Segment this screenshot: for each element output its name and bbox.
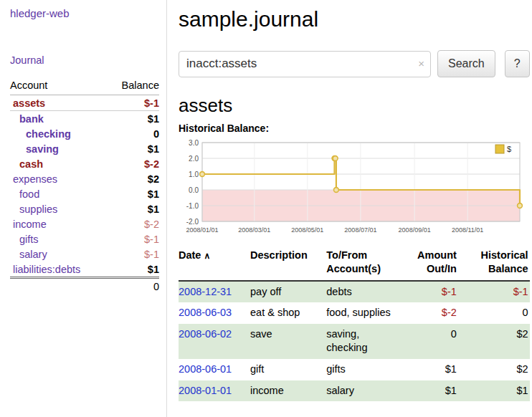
register-header-date[interactable]: Date ∧	[179, 247, 250, 281]
transaction-description: pay off	[250, 281, 326, 303]
search-input[interactable]	[179, 51, 431, 77]
account-link-assets[interactable]: assets	[13, 97, 45, 109]
transaction-row: 2008-06-03eat & shopfood, supplies$-20	[179, 302, 530, 324]
transaction-amount: 0	[401, 324, 462, 359]
register-table: Date ∧ Description To/From Account(s) Am…	[179, 247, 530, 401]
main-content: sample.journal × Search ? assets Histori…	[167, 0, 532, 417]
svg-text:-1.0: -1.0	[186, 202, 199, 210]
account-row: assets$-1	[10, 95, 159, 111]
transaction-description: income	[250, 380, 326, 402]
account-row: gifts$-1	[10, 231, 159, 246]
account-row: liabilities:debts$1	[10, 262, 159, 278]
account-balance: $1	[108, 262, 159, 278]
transaction-balance: $-1	[462, 281, 530, 303]
account-balance: $-1	[108, 95, 159, 111]
account-link-food[interactable]: food	[19, 188, 39, 200]
account-row: salary$-1	[10, 246, 159, 262]
account-row: expenses$2	[10, 171, 159, 186]
account-link-checking[interactable]: checking	[26, 128, 71, 140]
account-row: checking0	[10, 126, 159, 141]
date-header-label: Date	[179, 249, 201, 261]
transaction-amount: $1	[401, 380, 462, 402]
sort-ascending-icon: ∧	[204, 251, 210, 261]
transaction-row: 2008-06-01giftgifts$1$2	[179, 359, 530, 380]
register-header-row: Date ∧ Description To/From Account(s) Am…	[179, 247, 530, 281]
transaction-date-cell: 2008-12-31	[179, 281, 250, 303]
search-form: × Search ?	[179, 50, 530, 77]
transaction-date-link[interactable]: 2008-06-02	[179, 328, 232, 340]
sidebar-item-journal[interactable]: Journal	[10, 54, 159, 66]
account-row: supplies$1	[10, 201, 159, 216]
svg-text:0.0: 0.0	[189, 186, 199, 194]
search-box: ×	[179, 51, 431, 77]
account-balance: $1	[108, 111, 159, 127]
register-header-amount: Amount Out/In	[401, 247, 462, 281]
account-balance: $1	[108, 186, 159, 201]
transaction-accounts: gifts	[326, 359, 401, 380]
transaction-date-link[interactable]: 2008-06-03	[179, 307, 232, 318]
svg-text:2008/11/01: 2008/11/01	[452, 226, 483, 234]
account-row: cash$-2	[10, 156, 159, 171]
svg-text:2008/05/01: 2008/05/01	[291, 226, 323, 234]
transaction-date-link[interactable]: 2008-12-31	[179, 286, 232, 297]
account-row: food$1	[10, 186, 159, 201]
register-header-accounts: To/From Account(s)	[326, 247, 401, 281]
svg-text:2008/09/01: 2008/09/01	[399, 226, 431, 234]
transaction-accounts: salary	[326, 380, 401, 402]
accounts-header-row: Account Balance	[10, 77, 159, 95]
accounts-header-account: Account	[10, 77, 108, 95]
register-header-balance: Historical Balance	[462, 247, 530, 281]
account-link-supplies[interactable]: supplies	[19, 203, 57, 215]
account-link-expenses[interactable]: expenses	[13, 173, 57, 185]
account-link-bank[interactable]: bank	[19, 113, 44, 125]
svg-text:2008/03/01: 2008/03/01	[238, 226, 270, 234]
accounts-total-value: 0	[10, 278, 159, 294]
transaction-balance: $2	[462, 324, 530, 359]
app-title-link[interactable]: hledger-web	[10, 7, 159, 19]
page-title: sample.journal	[179, 7, 530, 32]
account-balance: $-1	[108, 246, 159, 262]
account-row: bank$1	[10, 111, 159, 127]
transaction-date-cell: 2008-01-01	[179, 380, 250, 402]
account-link-gifts[interactable]: gifts	[19, 234, 39, 245]
account-balance: 0	[108, 126, 159, 141]
accounts-header-balance: Balance	[108, 77, 159, 95]
help-button[interactable]: ?	[505, 50, 530, 77]
transaction-date-link[interactable]: 2008-06-01	[179, 363, 232, 375]
transaction-date-link[interactable]: 2008-01-01	[179, 385, 232, 396]
transaction-description: save	[250, 324, 326, 359]
transaction-description: eat & shop	[250, 302, 326, 324]
hledger-web-app: hledger-web Journal Account Balance asse…	[0, 0, 532, 417]
transaction-row: 2008-01-01incomesalary$1$1	[179, 380, 530, 402]
account-balance: $-1	[108, 231, 159, 246]
account-balance: $-2	[108, 156, 159, 171]
sidebar: hledger-web Journal Account Balance asse…	[0, 0, 167, 417]
account-row: saving$1	[10, 141, 159, 156]
search-button[interactable]: Search	[437, 50, 495, 77]
account-row: income$-2	[10, 216, 159, 231]
svg-text:2008/07/01: 2008/07/01	[344, 226, 376, 234]
transaction-balance: $2	[462, 359, 530, 380]
account-balance: $1	[108, 141, 159, 156]
account-balance: $-2	[108, 216, 159, 231]
accounts-rows: assets$-1bank$1checking0saving$1cash$-2e…	[10, 95, 159, 278]
balance-chart: 3.02.01.00.0-1.0-2.02008/01/012008/03/01…	[179, 137, 526, 239]
account-link-cash[interactable]: cash	[19, 158, 43, 170]
account-balance: $1	[108, 201, 159, 216]
account-heading: assets	[179, 95, 530, 117]
transaction-amount: $-2	[401, 302, 462, 324]
svg-text:1.0: 1.0	[189, 171, 199, 178]
account-link-liabilities-debts[interactable]: liabilities:debts	[13, 264, 80, 275]
transaction-accounts: debts	[326, 281, 401, 303]
transaction-date-cell: 2008-06-03	[179, 302, 250, 324]
clear-search-icon[interactable]: ×	[418, 57, 424, 70]
transaction-balance: 0	[462, 302, 530, 324]
account-balance: $2	[108, 171, 159, 186]
svg-text:2008/01/01: 2008/01/01	[186, 226, 218, 234]
transaction-date-cell: 2008-06-01	[179, 359, 250, 380]
transaction-description: gift	[250, 359, 326, 380]
account-link-income[interactable]: income	[13, 219, 47, 230]
transaction-accounts: food, supplies	[326, 302, 401, 324]
account-link-salary[interactable]: salary	[19, 249, 47, 260]
account-link-saving[interactable]: saving	[26, 143, 59, 155]
